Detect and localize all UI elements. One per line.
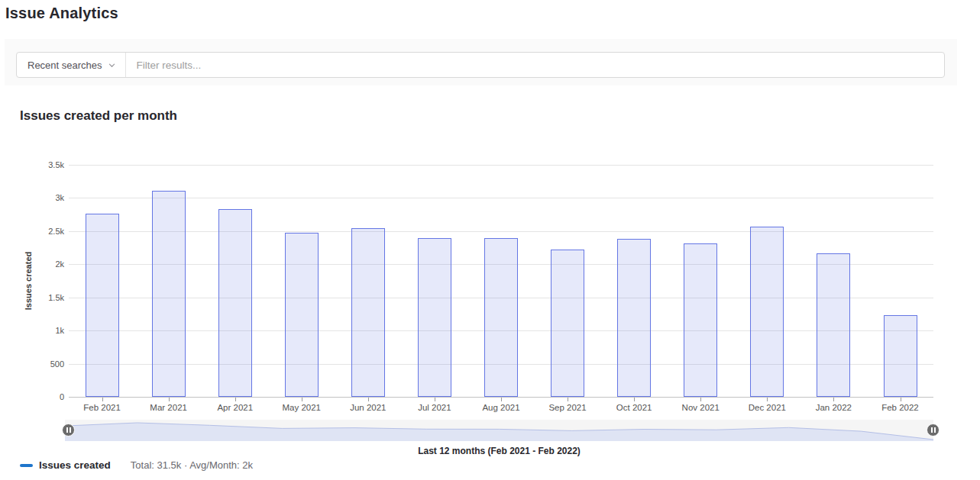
- gridline: [69, 165, 933, 166]
- bar-dec-2021[interactable]: [750, 227, 784, 397]
- x-axis-tick: [833, 398, 834, 401]
- y-tick-label: 2k: [0, 259, 64, 269]
- bar-aug-2021[interactable]: [484, 238, 518, 397]
- x-tick-label: Apr 2021: [202, 403, 268, 412]
- y-tick-label: 3.5k: [0, 159, 64, 170]
- x-axis-tick: [102, 398, 103, 401]
- x-tick-label: Dec 2021: [734, 403, 800, 412]
- zoom-handle-right-icon[interactable]: [927, 424, 940, 437]
- y-tick-label: 500: [0, 359, 64, 369]
- x-axis-tick: [501, 398, 502, 401]
- x-axis-tick: [368, 398, 369, 401]
- x-tick-label: Jul 2021: [401, 403, 467, 412]
- y-axis-labels: 05001k1.5k2k2.5k3k3.5k: [0, 165, 64, 397]
- y-tick-label: 3k: [0, 192, 64, 203]
- legend[interactable]: Issues created Total: 31.5k · Avg/Month:…: [20, 459, 253, 471]
- y-tick-label: 0: [0, 391, 64, 402]
- legend-stats: Total: 31.5k · Avg/Month: 2k: [131, 459, 253, 471]
- x-tick-label: Nov 2021: [668, 403, 734, 412]
- bar-apr-2021[interactable]: [218, 209, 252, 397]
- filter-input[interactable]: [126, 53, 944, 77]
- bar-jun-2021[interactable]: [351, 228, 385, 398]
- page-title: Issue Analytics: [5, 5, 118, 22]
- x-tick-label: Sep 2021: [535, 403, 601, 412]
- x-axis-tick: [435, 398, 435, 401]
- bar-jan-2022[interactable]: [817, 253, 850, 397]
- bar-sep-2021[interactable]: [551, 250, 584, 397]
- x-axis-tick: [634, 398, 635, 401]
- filter-bar: Recent searches: [5, 39, 957, 85]
- zoom-data-shadow: [65, 420, 933, 441]
- x-axis-tick: [169, 398, 170, 401]
- bar-feb-2021[interactable]: [86, 214, 119, 397]
- x-tick-label: Feb 2021: [69, 403, 135, 412]
- x-axis-tick: [568, 398, 568, 401]
- gridline: [69, 231, 933, 232]
- x-tick-label: Jan 2022: [800, 403, 867, 412]
- zoom-handle-left-icon[interactable]: [62, 424, 75, 437]
- bar-may-2021[interactable]: [285, 233, 319, 397]
- zoom-range-label: Last 12 months (Feb 2021 - Feb 2022): [65, 446, 933, 456]
- filtered-search-box: Recent searches: [16, 52, 945, 78]
- x-tick-label: Jun 2021: [335, 403, 401, 412]
- bar-jul-2021[interactable]: [418, 238, 451, 398]
- legend-series-label: Issues created: [39, 459, 111, 471]
- recent-searches-dropdown[interactable]: Recent searches: [17, 53, 125, 77]
- gridline: [69, 198, 933, 198]
- x-tick-label: Oct 2021: [601, 403, 668, 412]
- x-tick-label: Feb 2022: [867, 403, 933, 412]
- x-axis-tick: [767, 398, 768, 401]
- legend-swatch-icon: [20, 464, 33, 467]
- x-axis-tick: [700, 398, 701, 401]
- bar-nov-2021[interactable]: [684, 243, 717, 398]
- x-tick-label: Aug 2021: [468, 403, 535, 412]
- x-axis-tick: [901, 398, 901, 401]
- x-axis-tick: [235, 398, 236, 401]
- x-tick-label: Mar 2021: [135, 403, 202, 412]
- zoom-scrubber[interactable]: [65, 420, 933, 441]
- chart-title: Issues created per month: [20, 108, 177, 124]
- y-tick-label: 1k: [0, 325, 64, 336]
- bar-oct-2021[interactable]: [617, 239, 651, 397]
- bar-feb-2022[interactable]: [884, 315, 917, 397]
- y-tick-label: 2.5k: [0, 226, 64, 237]
- recent-searches-label: Recent searches: [27, 60, 102, 71]
- plot-area: Feb 2021Mar 2021Apr 2021May 2021Jun 2021…: [69, 165, 933, 398]
- bar-mar-2021[interactable]: [152, 191, 186, 397]
- chevron-down-icon: [108, 61, 116, 69]
- y-tick-label: 1.5k: [0, 292, 64, 303]
- x-tick-label: May 2021: [268, 403, 335, 412]
- x-axis-tick: [302, 398, 302, 401]
